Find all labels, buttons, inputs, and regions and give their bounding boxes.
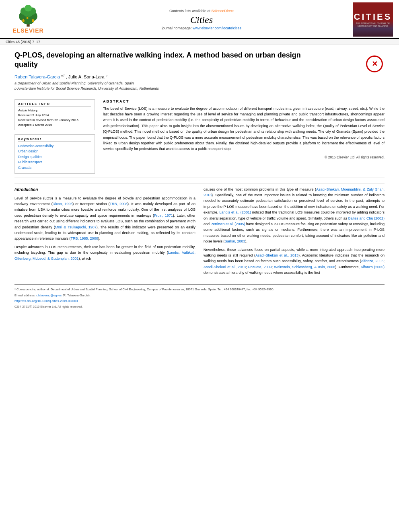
- trb2003-ref[interactable]: TRB, 2003: [109, 202, 128, 206]
- affiliations: a Department of Urban and Spatial Planni…: [14, 81, 385, 92]
- author-b-sup: b: [106, 74, 107, 77]
- elsevier-label: ELSEVIER: [12, 27, 43, 34]
- svg-point-13: [27, 17, 29, 19]
- keywords-box: Keywords: Pedestrian accessibility Urban…: [14, 134, 95, 174]
- cities-badge: CITIES THE INTERNATIONAL JOURNAL OF URBA…: [351, 2, 395, 37]
- fruin-ref[interactable]: Fruin, 1971: [154, 214, 173, 218]
- divider-after-affiliations: [14, 96, 385, 96]
- petritsch-ref[interactable]: Petritsch et al. (2005): [211, 222, 245, 226]
- asadi2013c-ref[interactable]: Asadi-Shekari et al., 2013: [204, 265, 246, 269]
- affiliation-b: b Amsterdam Institute for Social Science…: [14, 86, 159, 90]
- intro-heading: Introduction: [14, 187, 195, 193]
- keyword-urban[interactable]: Urban design: [18, 149, 91, 154]
- article-title: Q-PLOS, developing an alternative walkin…: [14, 51, 312, 70]
- author-talavera-link[interactable]: Ruben Talavera-Garcia: [14, 74, 61, 79]
- crossmark-icon[interactable]: [366, 55, 383, 72]
- homepage-link[interactable]: www.elsevier.com/locate/cities: [193, 26, 241, 30]
- body-right-col: causes one of the most common problems i…: [204, 187, 385, 278]
- svg-point-9: [22, 19, 25, 22]
- doi-line: http://dx.doi.org/10.1016/j.cities.2015.…: [14, 299, 385, 304]
- article-footer: * Corresponding author at: Department of…: [14, 284, 385, 308]
- body-left-col: Introduction Level of Service (LOS) is a…: [14, 187, 195, 278]
- keyword-transport[interactable]: Public transport: [18, 160, 91, 165]
- authors-line: Ruben Talavera-Garcia a,* , Julio A. Sor…: [14, 74, 385, 79]
- footnote-star: * Corresponding author at: Department of…: [14, 287, 385, 292]
- volume-info: Cities 45 (2015) 7–17: [6, 40, 40, 44]
- keyword-pedestrian[interactable]: Pedestrian accessibility: [18, 144, 91, 149]
- journal-name: Cities: [190, 14, 213, 25]
- keyword-design[interactable]: Design qualities: [18, 154, 91, 160]
- author-a-sup: a,*: [61, 74, 65, 77]
- email-footnote: E-mail address: r.talaverag@ugr.es (R. T…: [14, 293, 385, 298]
- affiliation-a: a Department of Urban and Spatial Planni…: [14, 81, 134, 85]
- asadi2013b-ref[interactable]: Asadi-Shekari et al., 2013: [255, 253, 298, 257]
- body-content: Introduction Level of Service (LOS) is a…: [14, 183, 385, 308]
- pozueta-ref[interactable]: Pozueta, 2009: [248, 265, 272, 269]
- right-column: ABSTRACT The Level of Service (LOS) is a…: [103, 99, 385, 174]
- main-content: Q-PLOS, developing an alternative walkin…: [0, 45, 399, 314]
- baltes-ref[interactable]: Baltes and Chu (2002): [348, 216, 385, 220]
- trb-manuals-ref[interactable]: TRB, 1985, 2000: [71, 236, 98, 240]
- crossmark[interactable]: [364, 54, 385, 74]
- accepted-date: Accepted 1 March 2015: [18, 123, 91, 127]
- intro-para2: Despite advances in LOS measurements, th…: [14, 244, 195, 261]
- right-para1: causes one of the most common problems i…: [204, 187, 385, 244]
- email-link[interactable]: r.talaverag@ugr.es: [36, 294, 62, 297]
- sciencedirect-line: Contents lists available at ScienceDirec…: [169, 9, 234, 13]
- journal-homepage: journal homepage: www.elsevier.com/locat…: [162, 26, 241, 30]
- page-header: ELSEVIER Contents lists available at Sci…: [0, 0, 399, 39]
- alfonzo2005b-ref[interactable]: Alfonzo (2005): [361, 265, 385, 269]
- elsevier-logo: ELSEVIER: [4, 2, 52, 37]
- revised-date: Received in revised form 22 January 2015: [18, 118, 91, 123]
- sciencedirect-link[interactable]: ScienceDirect: [212, 9, 234, 13]
- article-info-box: ARTICLE INFO Article history: Received 9…: [14, 99, 95, 130]
- article-info-label: ARTICLE INFO: [18, 102, 91, 107]
- divider-after-abstract: [14, 177, 385, 177]
- asadi2013-ref[interactable]: Asadi-Shekari, Moeinaddini, & Zaly Shah,…: [204, 187, 385, 197]
- article-info-abstract-row: ARTICLE INFO Article history: Received 9…: [14, 99, 385, 174]
- cities-badge-text: CITIES: [354, 12, 392, 22]
- intro-para1: Level of Service (LOS) is a measure to e…: [14, 195, 195, 242]
- mori-ref[interactable]: Mōri & Tsukaguchi, 1987: [55, 225, 97, 229]
- dixon-ref[interactable]: Dixon, 1996: [53, 202, 73, 206]
- received-date: Received 9 July 2014: [18, 113, 91, 118]
- left-column: ARTICLE INFO Article history: Received 9…: [14, 99, 95, 174]
- history-label: Article history:: [18, 109, 91, 112]
- body-two-col: Introduction Level of Service (LOS) is a…: [14, 187, 385, 278]
- keyword-granada[interactable]: Granada: [18, 165, 91, 171]
- title-row: Q-PLOS, developing an alternative walkin…: [14, 51, 385, 74]
- abstract-label: ABSTRACT: [103, 99, 385, 103]
- weinstein-ref[interactable]: Weinstein, Schlossberg, & Irvin, 2008: [274, 265, 335, 269]
- cities-badge-subtitle: THE INTERNATIONAL JOURNAL OF URBAN POLIC…: [353, 22, 393, 27]
- doi-link[interactable]: http://dx.doi.org/10.1016/j.cities.2015.…: [14, 299, 78, 303]
- volume-bar: Cities 45 (2015) 7–17: [0, 39, 399, 45]
- keywords-label: Keywords:: [18, 137, 91, 142]
- landis2001-ref[interactable]: Landis, Vattikuti, Ottenberg, McLeod, & …: [14, 251, 195, 260]
- right-para2: Nevertheless, these advances focus on pa…: [204, 247, 385, 276]
- svg-point-11: [32, 19, 34, 22]
- abstract-text: The Level of Service (LOS) is a measure …: [103, 106, 385, 152]
- elsevier-tree-icon: [12, 5, 44, 27]
- landis2001b-ref[interactable]: Landis et al. (2001): [219, 210, 251, 214]
- journal-header-center: Contents lists available at ScienceDirec…: [52, 2, 351, 37]
- copyright: © 2015 Elsevier Ltd. All rights reserved…: [103, 155, 385, 159]
- issn-line: 0264-2751/© 2015 Elsevier Ltd. All right…: [14, 305, 385, 308]
- alfonzo2005-ref[interactable]: Alfonzo, 2005: [361, 259, 384, 263]
- sarkar-ref[interactable]: Sarkar, 2003: [225, 239, 245, 243]
